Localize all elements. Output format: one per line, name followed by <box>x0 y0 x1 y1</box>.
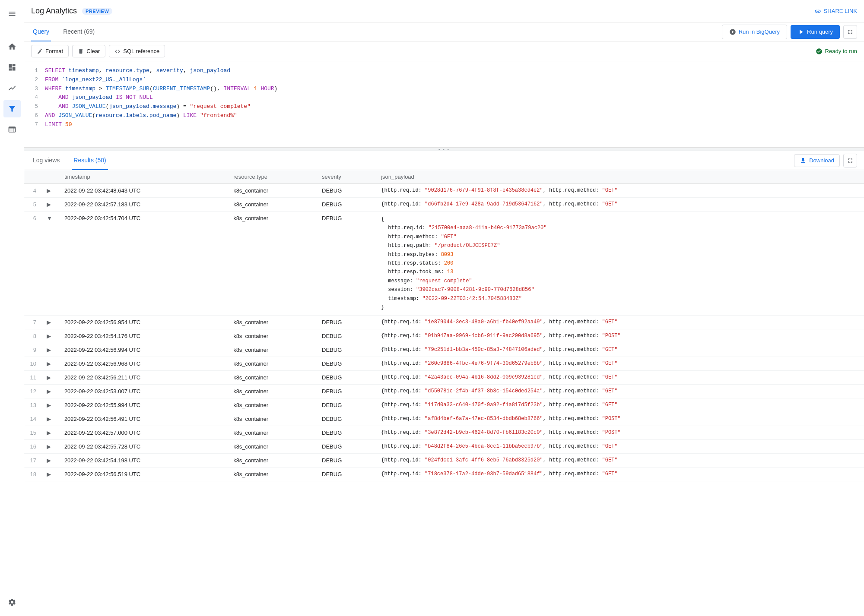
sql-reference-button[interactable]: SQL reference <box>109 45 165 57</box>
cell-timestamp: 2022-09-22 03:42:57.000 UTC <box>59 426 228 440</box>
table-row: 14 ▶ 2022-09-22 03:42:56.491 UTC k8s_con… <box>24 412 864 426</box>
cell-severity: DEBUG <box>317 412 376 426</box>
row-num: 15 <box>24 426 41 440</box>
results-tab[interactable]: Results (50) <box>72 151 108 170</box>
row-expand[interactable]: ▶ <box>41 329 59 343</box>
row-expand[interactable]: ▶ <box>41 440 59 454</box>
row-expand[interactable]: ▶ <box>41 398 59 412</box>
divider[interactable]: • • • <box>24 148 864 151</box>
col-num <box>24 170 41 184</box>
table-row: 17 ▶ 2022-09-22 03:42:54.198 UTC k8s_con… <box>24 454 864 468</box>
cell-severity: DEBUG <box>317 385 376 398</box>
nav-tabs: Query Recent (69) Run in BigQuery Run qu… <box>24 22 864 41</box>
row-num: 12 <box>24 385 41 398</box>
cell-timestamp: 2022-09-22 03:42:54.198 UTC <box>59 454 228 468</box>
row-num: 4 <box>24 184 41 198</box>
cell-payload: {http.req.id: "d66fb2d4-17e9-428a-9add-7… <box>376 198 864 212</box>
cell-timestamp: 2022-09-22 03:42:55.728 UTC <box>59 440 228 454</box>
table-header-row: timestamp resource.type severity json_pa… <box>24 170 864 184</box>
row-expand[interactable]: ▶ <box>41 371 59 385</box>
cell-payload: {http.req.id: "718ce378-17a2-4dde-93b7-5… <box>376 468 864 481</box>
row-expand[interactable]: ▶ <box>41 316 59 329</box>
cell-payload: {http.req.id: "af8d4bef-6a7a-47ec-8534-d… <box>376 412 864 426</box>
results-expand-button[interactable] <box>843 154 857 167</box>
table-row: 10 ▶ 2022-09-22 03:42:56.968 UTC k8s_con… <box>24 357 864 371</box>
cell-payload: {http.req.id: "d550781c-2f4b-4f37-8b8c-1… <box>376 385 864 398</box>
format-button[interactable]: Format <box>31 45 69 57</box>
row-num: 10 <box>24 357 41 371</box>
ready-badge: Ready to run <box>816 48 857 55</box>
cell-payload: {http.req.id: "01b947aa-9969-4cb6-911f-9… <box>376 329 864 343</box>
results-section: Log views Results (50) Download time <box>24 151 864 616</box>
dashboard-icon[interactable] <box>3 59 21 76</box>
preview-badge: PREVIEW <box>82 8 112 15</box>
query-line-6: 6 AND JSON_VALUE(resource.labels.pod_nam… <box>31 111 857 120</box>
col-timestamp[interactable]: timestamp <box>59 170 228 184</box>
filter-icon[interactable] <box>3 100 21 117</box>
col-payload[interactable]: json_payload <box>376 170 864 184</box>
cell-resource: k8s_container <box>228 357 317 371</box>
cell-resource: k8s_container <box>228 385 317 398</box>
cell-payload: {http.req.id: "260c9886-4fbc-4e76-9f74-3… <box>376 357 864 371</box>
table-row: 7 ▶ 2022-09-22 03:42:56.954 UTC k8s_cont… <box>24 316 864 329</box>
query-line-1: 1 SELECT timestamp, resource.type, sever… <box>31 66 857 76</box>
tab-query[interactable]: Query <box>31 22 51 41</box>
col-severity[interactable]: severity <box>317 170 376 184</box>
clear-button[interactable]: Clear <box>72 45 105 57</box>
main-content: Log Analytics PREVIEW SHARE LINK Query R… <box>24 0 864 616</box>
cell-payload: {http.req.id: "9028d176-7679-4f91-8f8f-e… <box>376 184 864 198</box>
cell-payload: {http.req.id: "79c251d1-bb3a-450c-85a3-7… <box>376 343 864 357</box>
row-expand[interactable]: ▶ <box>41 412 59 426</box>
cell-payload: {http.req.id: "024fdcc1-3afc-4ff6-8eb5-7… <box>376 454 864 468</box>
table-row: 18 ▶ 2022-09-22 03:42:56.519 UTC k8s_con… <box>24 468 864 481</box>
log-views-tab[interactable]: Log views <box>31 151 61 170</box>
cell-severity: DEBUG <box>317 426 376 440</box>
query-editor[interactable]: 1 SELECT timestamp, resource.type, sever… <box>24 61 864 148</box>
top-header-right: SHARE LINK <box>814 8 857 15</box>
cell-payload: {http.req.id: "1e879044-3ec3-48a0-a6b1-f… <box>376 316 864 329</box>
cell-resource: k8s_container <box>228 343 317 357</box>
settings-icon[interactable] <box>3 594 21 611</box>
query-line-3: 3 WHERE timestamp > TIMESTAMP_SUB(CURREN… <box>31 85 857 94</box>
cell-timestamp: 2022-09-22 03:42:56.994 UTC <box>59 343 228 357</box>
log-search-icon[interactable] <box>3 121 21 138</box>
query-line-7: 7 LIMIT 50 <box>31 120 857 130</box>
row-expand[interactable]: ▶ <box>41 426 59 440</box>
run-query-button[interactable]: Run query <box>791 25 840 39</box>
col-resource[interactable]: resource.type <box>228 170 317 184</box>
row-expand[interactable]: ▶ <box>41 343 59 357</box>
tab-recent[interactable]: Recent (69) <box>61 22 96 41</box>
cell-severity: DEBUG <box>317 357 376 371</box>
cell-timestamp: 2022-09-22 03:42:48.643 UTC <box>59 184 228 198</box>
sql-reference-label: SQL reference <box>123 48 159 54</box>
table-row: 8 ▶ 2022-09-22 03:42:54.176 UTC k8s_cont… <box>24 329 864 343</box>
row-expand[interactable]: ▶ <box>41 385 59 398</box>
cell-resource: k8s_container <box>228 212 317 316</box>
table-row: 12 ▶ 2022-09-22 03:42:53.007 UTC k8s_con… <box>24 385 864 398</box>
cell-timestamp: 2022-09-22 03:42:56.954 UTC <box>59 316 228 329</box>
row-expand[interactable]: ▶ <box>41 198 59 212</box>
row-num: 7 <box>24 316 41 329</box>
run-bigquery-button[interactable]: Run in BigQuery <box>722 25 787 39</box>
download-label: Download <box>809 157 834 164</box>
row-num: 8 <box>24 329 41 343</box>
row-expand[interactable]: ▶ <box>41 184 59 198</box>
table-row: 13 ▶ 2022-09-22 03:42:55.994 UTC k8s_con… <box>24 398 864 412</box>
table-row: 5 ▶ 2022-09-22 03:42:57.183 UTC k8s_cont… <box>24 198 864 212</box>
row-expand[interactable]: ▶ <box>41 357 59 371</box>
menu-icon[interactable] <box>3 5 21 22</box>
results-table: timestamp resource.type severity json_pa… <box>24 170 864 481</box>
row-expand[interactable]: ▶ <box>41 454 59 468</box>
row-expand[interactable]: ▼ <box>41 212 59 316</box>
row-num: 14 <box>24 412 41 426</box>
cell-timestamp: 2022-09-22 03:42:56.519 UTC <box>59 468 228 481</box>
download-button[interactable]: Download <box>794 154 840 167</box>
share-link-button[interactable]: SHARE LINK <box>814 8 857 15</box>
cell-severity: DEBUG <box>317 343 376 357</box>
row-expand[interactable]: ▶ <box>41 468 59 481</box>
home-icon[interactable] <box>3 38 21 55</box>
query-line-5: 5 AND JSON_VALUE(json_payload.message) =… <box>31 102 857 111</box>
expand-button[interactable] <box>843 25 857 39</box>
cell-payload: {http.req.id: "42a43aec-094a-4b16-8dd2-0… <box>376 371 864 385</box>
chart-icon[interactable] <box>3 79 21 97</box>
